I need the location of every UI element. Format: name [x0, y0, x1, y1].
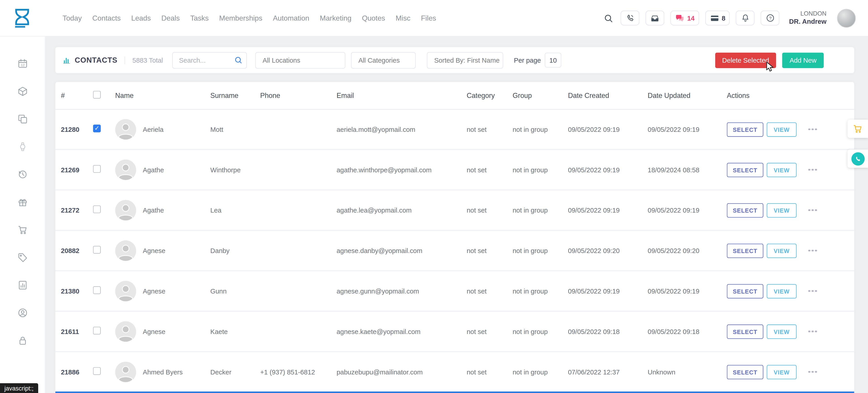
locations-filter[interactable]: All Locations [255, 52, 346, 68]
view-button[interactable]: VIEW [767, 365, 797, 379]
view-button[interactable]: VIEW [767, 324, 797, 339]
billing-badge: 8 [722, 14, 725, 22]
nav-item-files[interactable]: Files [421, 14, 436, 22]
user-info: LONDON DR. Andrew [789, 10, 827, 26]
contact-surname: Kaete [211, 328, 260, 335]
per-page-input[interactable] [545, 53, 561, 68]
user-avatar[interactable] [837, 8, 856, 27]
select-button[interactable]: SELECT [727, 365, 764, 379]
nav-item-deals[interactable]: Deals [161, 14, 180, 22]
contact-surname: Lea [211, 206, 260, 214]
top-navbar: TodayContactsLeadsDealsTasksMembershipsA… [0, 0, 868, 37]
sidebar-package-icon[interactable] [0, 78, 45, 105]
sidebar-tags-icon[interactable] [0, 244, 45, 271]
categories-filter[interactable]: All Categories [351, 52, 416, 68]
view-button[interactable]: VIEW [767, 122, 797, 137]
delete-selected-button[interactable]: Delete Selected [715, 52, 776, 68]
help-button[interactable]: ? [761, 11, 780, 26]
select-button[interactable]: SELECT [727, 122, 764, 137]
contact-email: aeriela.mott@yopmail.com [337, 125, 467, 133]
more-actions-button[interactable] [807, 207, 818, 213]
sidebar-cart-icon[interactable] [0, 216, 45, 244]
row-checkbox[interactable] [93, 327, 101, 334]
nav-item-memberships[interactable]: Memberships [219, 14, 262, 22]
sidebar-lock-icon[interactable] [0, 327, 45, 354]
nav-item-quotes[interactable]: Quotes [362, 14, 385, 22]
add-new-button[interactable]: Add New [782, 52, 824, 68]
sidebar-history-icon[interactable] [0, 160, 45, 188]
contact-group: not in group [513, 287, 568, 295]
inbox-icon [650, 13, 660, 23]
left-sidebar: 12 [0, 37, 45, 393]
sort-filter[interactable]: Sorted By: First Name [427, 52, 503, 68]
sidebar-support-icon[interactable] [0, 299, 45, 327]
more-actions-button[interactable] [807, 247, 818, 254]
notifications-button[interactable] [736, 11, 755, 26]
nav-item-misc[interactable]: Misc [396, 14, 410, 22]
sidebar-copy-icon[interactable] [0, 105, 45, 133]
select-button[interactable]: SELECT [727, 162, 764, 177]
nav-item-leads[interactable]: Leads [131, 14, 151, 22]
call-side-button[interactable] [847, 149, 868, 168]
date-created: 09/05/2022 09:19 [568, 166, 648, 174]
more-actions-button[interactable] [807, 369, 818, 375]
contact-category: not set [467, 368, 513, 375]
sidebar-reports-icon[interactable] [0, 271, 45, 299]
cart-side-button[interactable] [847, 120, 868, 138]
select-all-checkbox[interactable] [93, 91, 101, 99]
more-actions-button[interactable] [807, 167, 818, 173]
table-row: 21886 Ahmed Byers Decker +1 (937) 851-68… [55, 352, 854, 393]
sidebar-watch-icon[interactable] [0, 133, 45, 160]
view-button[interactable]: VIEW [767, 284, 797, 298]
select-button[interactable]: SELECT [727, 203, 764, 217]
contact-category: not set [467, 206, 513, 214]
nav-item-contacts[interactable]: Contacts [92, 14, 121, 22]
select-button[interactable]: SELECT [727, 324, 764, 339]
select-button[interactable]: SELECT [727, 243, 764, 258]
row-checkbox[interactable] [93, 286, 101, 294]
more-actions-button[interactable] [807, 288, 818, 294]
row-checkbox[interactable] [93, 367, 101, 375]
view-button[interactable]: VIEW [767, 203, 797, 217]
contact-avatar [115, 240, 136, 261]
nav-item-today[interactable]: Today [63, 14, 82, 22]
nav-item-tasks[interactable]: Tasks [190, 14, 209, 22]
search-submit-icon[interactable] [235, 56, 243, 64]
view-button[interactable]: VIEW [767, 243, 797, 258]
contact-avatar [115, 280, 136, 301]
row-checkbox[interactable] [93, 246, 101, 253]
col-header-date-updated: Date Updated [648, 92, 727, 99]
contact-surname: Winthorpe [211, 166, 260, 174]
bell-icon [741, 13, 750, 23]
row-checkbox[interactable] [93, 165, 101, 173]
select-button[interactable]: SELECT [727, 284, 764, 298]
contact-id: 21611 [61, 328, 93, 335]
more-actions-button[interactable] [807, 328, 818, 335]
contact-avatar [115, 321, 136, 342]
inbox-button[interactable] [646, 11, 664, 26]
contact-id: 21886 [61, 368, 93, 375]
row-checkbox[interactable] [93, 206, 101, 213]
nav-item-automation[interactable]: Automation [273, 14, 309, 22]
table-row: 20882 Agnese Danby agnese.danby@yopmail.… [55, 231, 854, 271]
row-checkbox[interactable] [93, 125, 101, 132]
chat-button[interactable]: 14 [671, 11, 699, 26]
sidebar-gift-icon[interactable] [0, 188, 45, 216]
contacts-table: # Name Surname Phone Email Category Grou… [55, 82, 854, 393]
contact-surname: Danby [211, 247, 260, 254]
billing-button[interactable]: 8 [705, 11, 730, 26]
status-tooltip: javascript:; [0, 383, 38, 393]
app-logo[interactable] [10, 6, 34, 30]
date-updated: 09/05/2022 09:19 [648, 125, 727, 133]
col-header-category: Category [467, 92, 513, 99]
table-row: 21269 Agathe Winthorpe agathe.winthorpe@… [55, 150, 854, 191]
sidebar-calendar-icon[interactable]: 12 [0, 50, 45, 77]
view-button[interactable]: VIEW [767, 162, 797, 177]
col-header-email: Email [337, 92, 467, 99]
contact-group: not in group [513, 166, 568, 174]
nav-item-marketing[interactable]: Marketing [320, 14, 351, 22]
date-updated: 09/05/2022 09:18 [648, 328, 727, 335]
search-icon[interactable] [603, 13, 614, 23]
phone-button[interactable] [621, 11, 640, 26]
more-actions-button[interactable] [807, 126, 818, 132]
